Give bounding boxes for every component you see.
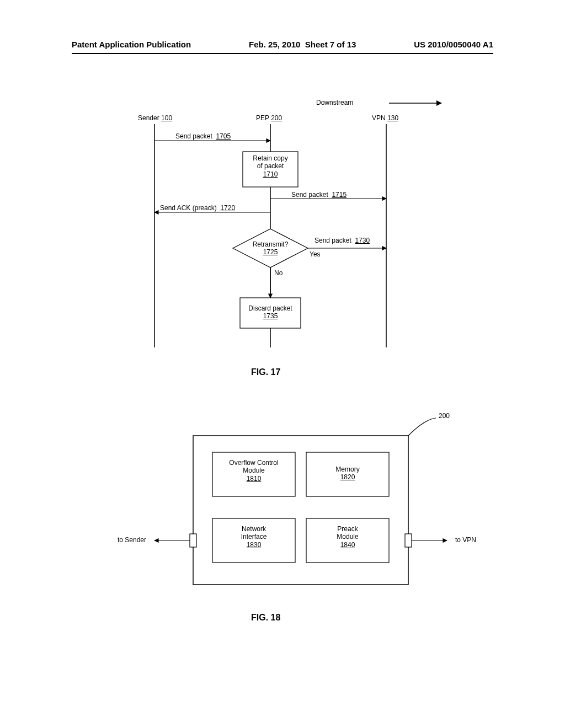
vpn-ref: 130: [387, 114, 398, 122]
msg-1720-ref: 1720: [220, 204, 235, 212]
msg-1720: Send ACK (preack) 1720: [160, 204, 235, 212]
svg-rect-17: [190, 534, 196, 547]
svg-rect-19: [405, 534, 412, 547]
box-overflow-text: Overflow Control Module: [212, 459, 295, 475]
pep-ref: 200: [271, 114, 282, 122]
msg-1720-text: Send ACK (preack): [160, 204, 217, 212]
box-preack-ref: 1840: [340, 541, 355, 549]
block-discard-text: Discard packet: [240, 304, 301, 312]
msg-1715: Send packet 1715: [291, 191, 347, 199]
msg-1705-text: Send packet: [175, 132, 212, 140]
msg-1715-text: Send packet: [291, 191, 328, 199]
box-netif-text: Network Interface: [212, 525, 295, 541]
pep-text: PEP: [256, 114, 269, 122]
pep-lifeline-label: PEP 200: [256, 114, 282, 122]
block-retain-ref: 1710: [263, 170, 278, 178]
decision-text: Retransmit?: [243, 240, 298, 248]
msg-1715-ref: 1715: [332, 191, 347, 199]
box-memory-text: Memory: [306, 465, 389, 473]
block-discard: Discard packet 1735: [240, 304, 301, 320]
decision-no: No: [274, 269, 282, 277]
decision-retransmit: Retransmit? 1725: [243, 240, 298, 256]
box-preack: Preack Module 1840: [306, 525, 389, 549]
vpn-text: VPN: [372, 114, 386, 122]
decision-ref: 1725: [263, 248, 278, 256]
box-overflow-ref: 1810: [247, 475, 262, 483]
sender-ref: 100: [161, 114, 172, 122]
vpn-lifeline-label: VPN 130: [372, 114, 398, 122]
box-overflow: Overflow Control Module 1810: [212, 459, 295, 483]
diagram-svg: [0, 0, 565, 728]
block-discard-ref: 1735: [263, 312, 278, 320]
sender-text: Sender: [138, 114, 159, 122]
msg-1705: Send packet 1705: [175, 132, 231, 140]
msg-1730-text: Send packet: [315, 237, 351, 244]
fig17-caption: FIG. 17: [251, 367, 280, 377]
sender-lifeline-label: Sender 100: [138, 114, 172, 122]
decision-yes: Yes: [310, 250, 321, 258]
box-netif-ref: 1830: [247, 541, 262, 549]
page: Patent Application Publication Feb. 25, …: [0, 0, 565, 728]
box-memory-ref: 1820: [340, 473, 355, 481]
fig18-left-label: to Sender: [118, 536, 146, 544]
msg-1730: Send packet 1730: [315, 237, 370, 244]
msg-1730-ref: 1730: [355, 237, 370, 244]
box-preack-text: Preack Module: [306, 525, 389, 541]
box-memory: Memory 1820: [306, 465, 389, 481]
fig18-ref: 200: [439, 412, 450, 420]
fig18-caption: FIG. 18: [251, 612, 280, 623]
downstream-label: Downstream: [316, 99, 353, 106]
box-netif: Network Interface 1830: [212, 525, 295, 549]
block-retain: Retain copy of packet 1710: [243, 154, 298, 178]
block-retain-text: Retain copy of packet: [243, 154, 298, 170]
msg-1705-ref: 1705: [216, 132, 231, 140]
fig18-right-label: to VPN: [455, 536, 476, 544]
